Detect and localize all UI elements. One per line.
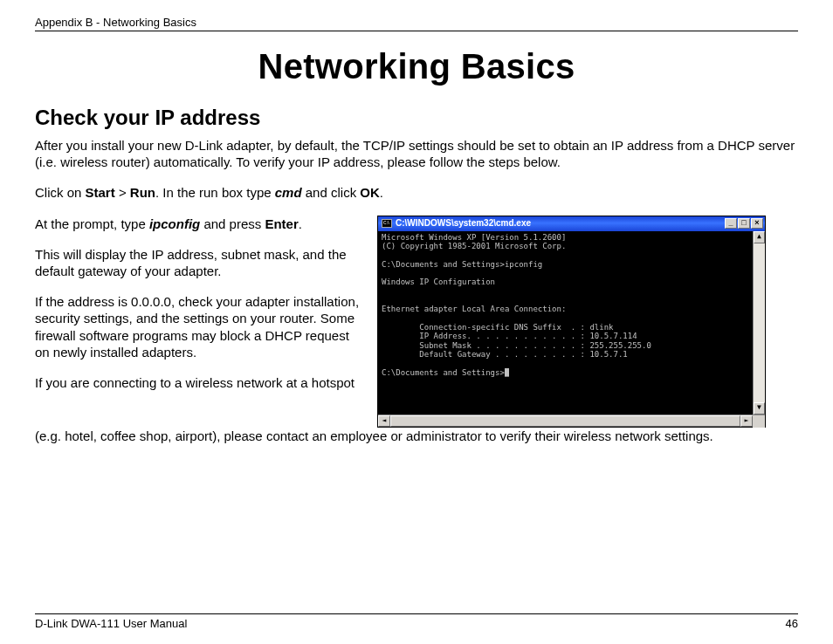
footer-rule [35,613,798,614]
scroll-up-button[interactable]: ▲ [754,231,765,243]
text: . [380,185,383,200]
scroll-down-button[interactable]: ▼ [754,402,765,414]
cmd-icon [382,219,392,228]
scroll-thumb-horizontal[interactable] [390,415,740,427]
page-title: Networking Basics [35,47,798,86]
cmd-title-text: C:\WINDOWS\system32\cmd.exe [396,218,725,230]
footer-manual: D-Link DWA-111 User Manual [35,617,187,630]
cmd-literal: cmd [275,185,302,200]
enter-label: Enter [265,216,298,231]
minimize-button[interactable]: _ [725,218,737,229]
scrollbar-vertical[interactable]: ▲ ▼ [753,231,765,414]
text: . In the run box type [155,185,275,200]
text: Click on [35,185,86,200]
cursor: _ [505,368,509,377]
text: > [115,185,130,200]
footer-page-number: 46 [786,617,798,630]
cmd-titlebar: C:\WINDOWS\system32\cmd.exe _ □ × [378,216,765,231]
scroll-corner [753,415,765,428]
text: and click [302,185,361,200]
display-paragraph: This will display the IP address, subnet… [35,246,365,279]
header-appendix: Appendix B - Networking Basics [35,16,798,29]
section-heading: Check your IP address [35,106,798,130]
intro-paragraph: After you install your new D-Link adapte… [35,137,798,170]
start-label: Start [86,185,115,200]
prompt-instruction: At the prompt, type ipconfig and press E… [35,216,365,232]
close-button[interactable]: × [751,218,763,229]
click-instruction: Click on Start > Run. In the run box typ… [35,184,798,201]
scroll-left-button[interactable]: ◄ [378,415,390,427]
maximize-button[interactable]: □ [738,218,750,229]
scroll-right-button[interactable]: ► [740,415,753,427]
text: and press [200,216,265,231]
footer: D-Link DWA-111 User Manual 46 [35,613,798,630]
run-label: Run [130,185,155,200]
zero-address-paragraph: If the address is 0.0.0.0, check your ad… [35,293,365,360]
ipconfig-literal: ipconfig [149,216,200,231]
cmd-output: Microsoft Windows XP [Version 5.1.2600] … [378,231,753,414]
ok-label: OK [360,185,380,200]
text: . [299,216,302,231]
scroll-track-vertical[interactable] [754,243,765,402]
header-rule [35,31,798,31]
hotspot-paragraph-2: (e.g. hotel, coffee shop, airport), plea… [35,428,798,444]
text: At the prompt, type [35,216,149,231]
cmd-window: C:\WINDOWS\system32\cmd.exe _ □ × Micros… [377,216,766,428]
hotspot-paragraph-1: If you are connecting to a wireless netw… [35,374,365,391]
scrollbar-horizontal[interactable]: ◄ ► [378,414,765,427]
scroll-track-horizontal[interactable] [390,415,740,427]
